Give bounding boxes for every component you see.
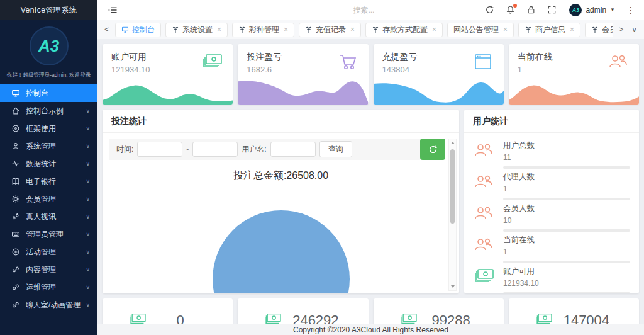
link-icon [11, 300, 20, 309]
stat-card-balance: 账户可用 121934.10 [103, 44, 233, 105]
range-separator: - [186, 145, 189, 154]
mini-stat-card: 246292 [238, 298, 368, 324]
user-menu[interactable]: A3 admin ▼ [569, 4, 615, 16]
sidebar-item-label: 控制台 [26, 88, 48, 99]
sidebar-item-live-video[interactable]: 真人视讯∨ [0, 208, 97, 225]
chevron-down-icon: ∨ [86, 213, 90, 220]
tree-icon [591, 26, 599, 33]
more-options-icon[interactable]: ⋮ [624, 5, 638, 15]
tabs-scroll-left[interactable]: < [103, 25, 111, 34]
time-end-input[interactable] [192, 142, 238, 157]
sidebar-item-label: 系统管理 [26, 141, 56, 152]
bell-icon[interactable] [506, 5, 515, 14]
close-icon[interactable]: × [432, 25, 436, 34]
sidebar-item-ebank[interactable]: 电子银行∨ [0, 173, 97, 190]
cash-icon [473, 268, 494, 287]
cash-icon [399, 312, 418, 324]
tab-label: 会员组 [602, 25, 613, 35]
disc-icon [11, 124, 20, 133]
scrollbar-thumb[interactable] [450, 149, 455, 224]
wave-chart-salmon [509, 76, 639, 105]
tab-member-group[interactable]: 会员组 [585, 23, 613, 37]
query-button[interactable]: 查询 [319, 141, 352, 157]
tab-deposit-config[interactable]: 存款方式配置× [365, 23, 443, 37]
close-icon[interactable]: × [570, 25, 574, 34]
sidebar-item-members[interactable]: 会员管理∨ [0, 190, 97, 208]
panel-scrollbar[interactable] [448, 139, 457, 291]
lock-icon[interactable] [526, 5, 536, 14]
mini-stat-value: 0 [147, 312, 214, 324]
tab-recharge-records[interactable]: 充值记录× [299, 23, 361, 37]
sidebar-item-dashboard-demo[interactable]: 控制台示例∨ [0, 102, 97, 120]
sidebar-item-dashboard[interactable]: 控制台 [0, 84, 97, 102]
stat-card-online: 当前在线 1 [509, 44, 639, 105]
chevron-down-icon: ∨ [86, 125, 90, 132]
scroll-up-icon[interactable] [449, 139, 456, 147]
sidebar-item-label: 控制台示例 [26, 106, 64, 116]
chevron-down-icon: ▼ [610, 7, 615, 13]
scroll-down-icon[interactable] [449, 283, 456, 290]
users-icon [608, 53, 629, 72]
user-icon [11, 142, 20, 150]
tab-lottery-management[interactable]: 彩种管理× [232, 23, 294, 37]
panel-refresh-button[interactable] [420, 139, 445, 160]
username-input[interactable] [270, 142, 316, 157]
sidebar-item-activities[interactable]: 活动管理∨ [0, 243, 97, 261]
user-panel-body: 用户总数11 代理人数1 会员人数10 当前在线1 [464, 133, 639, 293]
progress-bar [503, 198, 630, 200]
refresh-icon[interactable] [485, 5, 494, 14]
users-icon [473, 205, 494, 224]
stat-label: 当前在线 [503, 235, 630, 246]
sidebar-item-label: 内容管理 [26, 264, 56, 275]
tab-site-announcements[interactable]: 网站公告管理× [447, 23, 514, 37]
menu-fold-icon[interactable] [108, 5, 118, 15]
tabs-menu-icon[interactable]: ∨ [630, 25, 639, 34]
time-start-input[interactable] [137, 142, 182, 157]
chevron-down-icon: ∨ [86, 231, 90, 237]
sidebar-item-system[interactable]: 系统管理∨ [0, 137, 97, 155]
tab-dashboard[interactable]: 控制台 [115, 23, 161, 37]
sidebar-item-chatroom[interactable]: 聊天室/动画管理∨ [0, 296, 97, 314]
tab-system-settings[interactable]: 系统设置× [165, 23, 228, 37]
bet-panel-body: 时间: - 用户名: 查询 投注总金额:26508.00 [103, 133, 459, 293]
tab-label: 商户信息 [535, 25, 565, 35]
sidebar-item-operations[interactable]: 运维管理∨ [0, 278, 97, 296]
sidebar-item-label: 真人视讯 [26, 212, 56, 222]
panel-title: 投注统计 [103, 110, 459, 133]
avatar: A3 [569, 4, 582, 16]
sidebar-item-label: 聊天室/动画管理 [26, 300, 80, 310]
fullscreen-icon[interactable] [547, 5, 557, 14]
wave-chart-purple [238, 76, 368, 105]
wave-chart-green [103, 76, 233, 105]
mini-stat-value: 99288 [418, 312, 485, 324]
sidebar-item-statistics[interactable]: 数据统计∨ [0, 155, 97, 173]
close-icon[interactable]: × [217, 25, 221, 34]
sidebar-item-content[interactable]: 内容管理∨ [0, 261, 97, 278]
tab-label: 充值记录 [316, 25, 346, 35]
sidebar-item-admins[interactable]: 管理员管理∨ [0, 225, 97, 243]
mini-stat-card: 147004 [509, 298, 639, 324]
stat-label: 会员人数 [503, 203, 630, 214]
window-icon [472, 53, 494, 72]
tabs-scroll-right[interactable]: > [617, 25, 625, 34]
topbar-icons [485, 5, 557, 14]
main-column: A3 admin ▼ ⋮ < 控制台 系统设置× 彩种管理× [97, 0, 644, 335]
user-stat-row-members: 会员人数10 [473, 202, 630, 234]
username-label: 用户名: [242, 144, 266, 155]
sidebar-item-framework[interactable]: 框架使用∨ [0, 120, 97, 137]
search-input[interactable] [353, 6, 447, 14]
tab-merchant-info[interactable]: 商户信息× [518, 23, 580, 37]
sidebar-menu: 控制台 控制台示例∨ 框架使用∨ 系统管理∨ 数据统计∨ 电子银行∨ [0, 84, 97, 335]
close-icon[interactable]: × [350, 25, 355, 34]
sidebar-item-label: 活动管理 [26, 247, 56, 258]
cash-icon [201, 53, 223, 72]
close-icon[interactable]: × [503, 25, 508, 34]
users-icon [473, 173, 494, 192]
stat-card-deposit-profit: 充提盈亏 143804 [374, 44, 504, 105]
bet-total-text: 投注总金额:26508.00 [103, 169, 459, 183]
user-stat-row-balance: 账户可用121934.10 [473, 265, 630, 293]
sidebar: VenIce管理系统 A3 你好！超级管理员-admin, 欢迎登录 控制台 控… [0, 0, 97, 335]
mini-stat-value: 147004 [553, 312, 620, 324]
close-icon[interactable]: × [284, 25, 288, 34]
tree-icon [238, 26, 246, 33]
